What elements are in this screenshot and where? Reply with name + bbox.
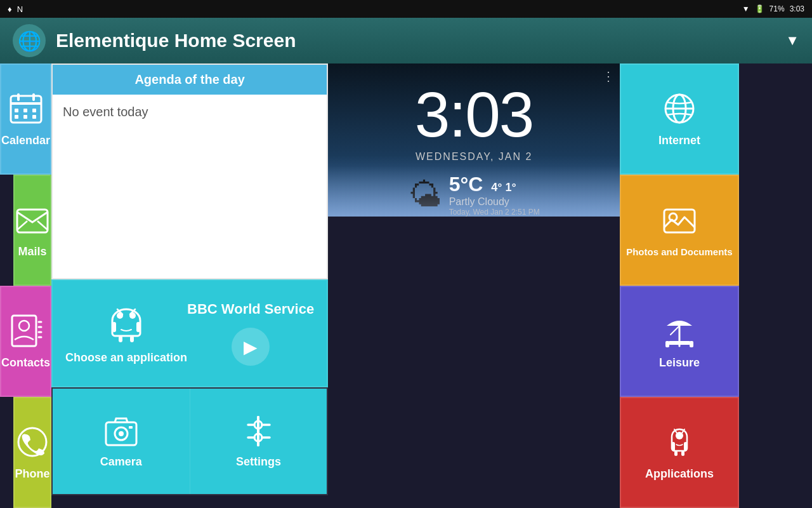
status-bar: ♦ N ▼ 🔋 71% 3:03 [0,0,812,18]
tile-leisure[interactable]: Leisure [620,286,739,397]
radio-tile[interactable]: Choose an application BBC World Service … [51,279,328,387]
contacts-label: Contacts [1,356,50,370]
play-button[interactable]: ▶ [232,328,270,366]
internet-icon [662,91,697,129]
svg-line-12 [37,221,48,230]
no-event-text: No event today [63,105,148,119]
svg-rect-9 [32,115,36,119]
applications-icon [662,424,697,462]
app-title: Elementique Home Screen [56,30,775,51]
svg-rect-96 [668,341,691,345]
battery-percent: 71% [769,4,785,13]
svg-rect-5 [23,109,27,112]
clock-status: 3:03 [790,4,804,13]
choose-app-label: Choose an application [65,351,187,364]
svg-rect-1 [11,102,41,105]
cloud-decoration [328,166,620,217]
camera-settings-row: Camera Settings [51,387,328,495]
svg-rect-2 [17,93,20,101]
tile-internet[interactable]: Internet [620,64,739,175]
clock-display: 3:03 [415,83,534,146]
svg-rect-101 [684,442,687,451]
svg-rect-6 [32,109,36,112]
svg-rect-100 [672,442,675,451]
radio-station-area: BBC World Service ▶ [187,301,314,366]
svg-rect-97 [665,341,669,347]
logo-icon: 🌐 [18,30,41,52]
applications-label: Applications [645,467,714,481]
battery-icon: 🔋 [755,4,764,13]
app-header: 🌐 Elementique Home Screen ▼ [0,18,812,64]
settings-icon [242,415,275,450]
svg-rect-92 [664,210,695,232]
leisure-icon [662,313,697,351]
tile-calendar[interactable]: Calendar [0,64,51,175]
clock-date: WEDNESDAY, JAN 2 [416,151,532,163]
agenda-body: No event today [53,95,327,278]
svg-point-107 [681,439,684,443]
svg-rect-33 [129,426,133,429]
clock-weather-tile: ⋮ 3:03 WEDNESDAY, JAN 2 🌤 5°C 4° 1° Part… [328,64,620,217]
svg-point-18 [19,321,29,331]
more-options-button[interactable]: ⋮ [602,69,615,84]
svg-rect-4 [15,109,18,112]
svg-rect-24 [119,336,122,342]
app-logo: 🌐 [13,24,46,57]
status-right: ▼ 🔋 71% 3:03 [742,4,804,13]
wifi-status-icon: ▼ [742,4,750,13]
svg-line-11 [17,221,27,230]
tile-phone[interactable]: Phone [13,397,51,508]
status-left: ♦ N [8,4,23,14]
svg-rect-102 [674,451,678,456]
calendar-label: Calendar [1,134,50,147]
svg-rect-103 [681,451,684,456]
right-column: Internet Photos and Documents [620,64,739,508]
svg-rect-3 [32,93,35,101]
mails-icon [15,202,50,240]
svg-rect-22 [112,322,116,332]
svg-line-95 [671,326,679,335]
tile-settings[interactable]: Settings [190,389,327,494]
android-robot-icon [106,303,147,346]
center-right-column: ⋮ 3:03 WEDNESDAY, JAN 2 🌤 5°C 4° 1° Part… [328,64,620,508]
radio-left: Choose an application [65,303,187,364]
svg-rect-8 [23,115,27,119]
mails-label: Mails [18,245,47,258]
header-wifi-icon: ▼ [785,32,799,49]
tile-camera[interactable]: Camera [53,389,190,494]
svg-point-28 [119,322,122,326]
agenda-header: Agenda of the day [53,65,327,95]
tile-contacts[interactable]: Contacts [0,286,51,397]
leisure-label: Leisure [659,356,700,370]
svg-rect-10 [17,210,48,232]
calendar-icon [8,91,44,129]
left-column: Calendar Mails [0,64,51,508]
tile-applications[interactable]: Applications [620,397,739,508]
svg-rect-23 [136,322,140,332]
svg-point-29 [130,322,134,326]
phone-label: Phone [15,467,50,481]
photos-icon [662,203,697,241]
svg-rect-98 [690,341,693,347]
tile-photos[interactable]: Photos and Documents [620,175,739,286]
phone-icon [15,424,50,462]
photos-label: Photos and Documents [621,246,738,257]
middle-column: Agenda of the day No event today [51,64,328,508]
svg-rect-25 [130,336,134,342]
settings-label: Settings [236,455,281,469]
status-icon-2: N [17,4,23,14]
radio-station-name: BBC World Service [187,301,314,318]
internet-label: Internet [658,134,700,147]
status-icon-1: ♦ [8,4,12,14]
svg-point-106 [674,439,678,443]
camera-icon [105,415,138,450]
play-icon: ▶ [244,337,258,358]
svg-point-32 [119,431,124,436]
agenda-tile: Agenda of the day No event today [51,64,328,279]
tile-mails[interactable]: Mails [13,175,51,286]
camera-label: Camera [100,455,142,469]
svg-rect-7 [15,115,18,119]
contacts-icon [8,313,44,351]
